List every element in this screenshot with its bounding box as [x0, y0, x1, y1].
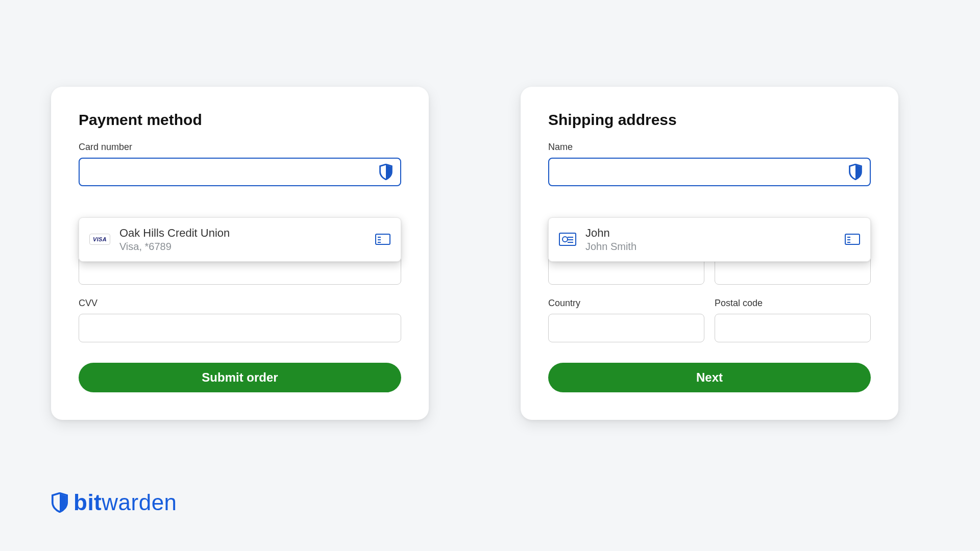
- postal-label: Postal code: [715, 298, 871, 309]
- identity-icon: [559, 233, 576, 246]
- shield-icon: [848, 164, 863, 180]
- card-detail-icon: [845, 234, 860, 245]
- card-detail-icon: [375, 234, 390, 245]
- shield-icon: [379, 164, 393, 180]
- country-label: Country: [548, 298, 704, 309]
- cvv-group: CVV: [79, 298, 401, 342]
- canvas: Payment method Card number VISA Oak Hill…: [0, 0, 980, 551]
- card-number-input[interactable]: [79, 158, 401, 186]
- cvv-input[interactable]: [79, 314, 401, 342]
- cvv-label: CVV: [79, 298, 401, 309]
- autofill-identity-subtitle: John Smith: [585, 240, 636, 253]
- shield-icon: [51, 492, 68, 513]
- name-label: Name: [548, 142, 871, 153]
- name-input[interactable]: [548, 158, 871, 186]
- payment-card: Payment method Card number VISA Oak Hill…: [51, 87, 429, 420]
- card-number-label: Card number: [79, 142, 401, 153]
- country-postal-row: Country Postal code: [548, 298, 871, 342]
- card-number-group: Card number: [79, 142, 401, 186]
- brand-light: warden: [102, 490, 177, 515]
- brand-bold: bit: [74, 490, 102, 515]
- submit-order-button[interactable]: Submit order: [79, 363, 401, 392]
- autofill-card-title: Oak Hills Credit Union: [119, 226, 230, 240]
- visa-icon: VISA: [89, 234, 110, 245]
- shipping-title: Shipping address: [548, 111, 871, 129]
- identity-autofill-suggestion[interactable]: John John Smith: [548, 217, 871, 262]
- postal-input[interactable]: [715, 314, 871, 342]
- autofill-identity-title: John: [585, 226, 636, 240]
- next-button[interactable]: Next: [548, 363, 871, 392]
- name-group: Name: [548, 142, 871, 186]
- country-input[interactable]: [548, 314, 704, 342]
- payment-title: Payment method: [79, 111, 401, 129]
- autofill-card-subtitle: Visa, *6789: [119, 240, 230, 253]
- bitwarden-logo: bitwarden: [51, 490, 177, 515]
- card-autofill-suggestion[interactable]: VISA Oak Hills Credit Union Visa, *6789: [79, 217, 401, 262]
- shipping-card: Shipping address Name John John Smith: [521, 87, 898, 420]
